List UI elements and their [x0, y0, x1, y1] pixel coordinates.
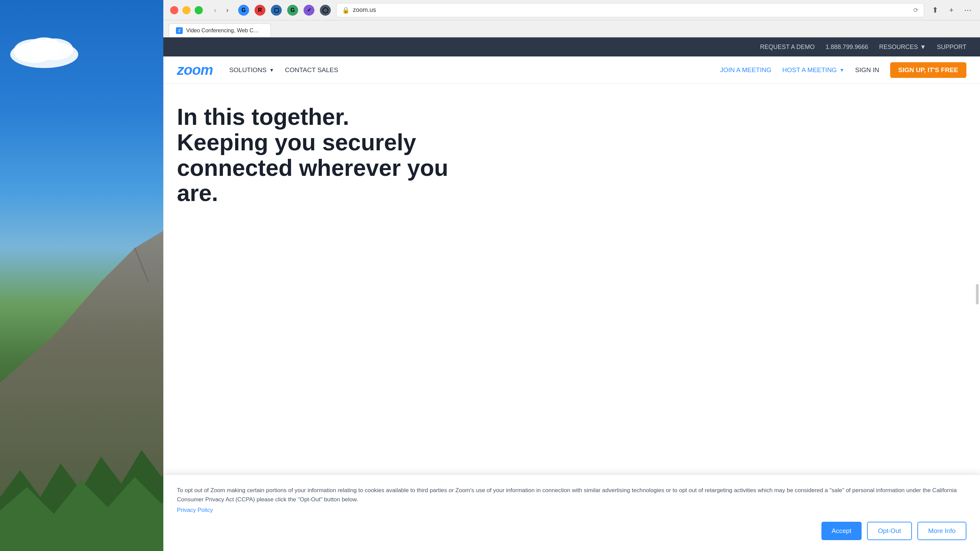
- active-tab[interactable]: Z Video Conferencing, Web Conferencing, …: [169, 24, 271, 37]
- browser-window: ‹ › G R ▢ G ✓ ◯ 🔒 zoom.us ⟳ ⬆ + ⋯ Z Vide…: [163, 0, 980, 551]
- host-meeting-dropdown[interactable]: HOST A MEETING ▼: [782, 66, 844, 74]
- solutions-dropdown[interactable]: SOLUTIONS ▼: [229, 66, 274, 74]
- hero-section: In this together. Keeping you securely c…: [163, 84, 980, 219]
- ext-icon-2[interactable]: R: [255, 5, 266, 16]
- more-button[interactable]: ⋯: [962, 5, 973, 16]
- window-controls: [170, 6, 203, 14]
- resources-chevron-icon: ▼: [920, 43, 926, 51]
- lock-icon: 🔒: [342, 6, 350, 14]
- back-button[interactable]: ‹: [210, 5, 221, 16]
- phone-number: 1.888.799.9666: [826, 43, 868, 51]
- website-content: REQUEST A DEMO 1.888.799.9666 RESOURCES …: [163, 37, 980, 551]
- browser-extensions: G R ▢ G ✓ ◯: [238, 5, 331, 16]
- zoom-logo[interactable]: zoom: [177, 62, 213, 78]
- request-demo-link[interactable]: REQUEST A DEMO: [760, 43, 815, 51]
- maximize-button[interactable]: [195, 6, 203, 14]
- more-info-button[interactable]: More Info: [917, 522, 966, 540]
- main-nav: zoom SOLUTIONS ▼ CONTACT SALES JOIN A ME…: [163, 56, 980, 84]
- ext-icon-6[interactable]: ◯: [320, 5, 331, 16]
- new-tab-button[interactable]: +: [946, 5, 957, 16]
- ext-icon-3[interactable]: ▢: [271, 5, 282, 16]
- contact-sales-link[interactable]: CONTACT SALES: [285, 66, 338, 74]
- url-text: zoom.us: [353, 6, 910, 14]
- scrollbar[interactable]: [976, 284, 978, 305]
- privacy-policy-link[interactable]: Privacy Policy: [177, 507, 213, 513]
- join-meeting-link[interactable]: JOIN A MEETING: [720, 66, 772, 74]
- tab-bar: Z Video Conferencing, Web Conferencing, …: [163, 21, 980, 37]
- ext-icon-1[interactable]: G: [238, 5, 249, 16]
- share-button[interactable]: ⬆: [930, 5, 940, 16]
- host-chevron-icon: ▼: [840, 67, 844, 73]
- utility-bar: REQUEST A DEMO 1.888.799.9666 RESOURCES …: [163, 37, 980, 56]
- tab-title: Video Conferencing, Web Conferencing, We…: [186, 27, 261, 34]
- nav-right: JOIN A MEETING HOST A MEETING ▼ SIGN IN …: [720, 62, 966, 78]
- cookie-actions: Accept Opt-Out More Info: [177, 522, 966, 540]
- accept-button[interactable]: Accept: [821, 522, 862, 540]
- cookie-text: To opt out of Zoom making certain portio…: [177, 486, 966, 504]
- navigation-arrows: ‹ ›: [210, 5, 233, 16]
- support-link[interactable]: SUPPORT: [937, 43, 966, 51]
- cloud-svg: [7, 27, 82, 71]
- svg-point-10: [27, 37, 61, 58]
- nav-left: SOLUTIONS ▼ CONTACT SALES: [229, 66, 704, 74]
- reload-icon[interactable]: ⟳: [913, 6, 918, 14]
- title-bar: ‹ › G R ▢ G ✓ ◯ 🔒 zoom.us ⟳ ⬆ + ⋯: [163, 0, 980, 21]
- sign-up-button[interactable]: SIGN UP, IT'S FREE: [890, 62, 966, 78]
- sign-in-link[interactable]: SIGN IN: [855, 66, 879, 74]
- hero-title: In this together. Keeping you securely c…: [177, 104, 483, 206]
- minimize-button[interactable]: [182, 6, 191, 14]
- tab-favicon: Z: [176, 27, 183, 34]
- ext-icon-5[interactable]: ✓: [304, 5, 314, 16]
- solutions-chevron-icon: ▼: [269, 67, 274, 73]
- close-button[interactable]: [170, 6, 178, 14]
- forward-button[interactable]: ›: [222, 5, 233, 16]
- resources-dropdown[interactable]: RESOURCES ▼: [879, 43, 926, 51]
- browser-actions: ⬆ + ⋯: [930, 5, 973, 16]
- opt-out-button[interactable]: Opt-Out: [867, 522, 912, 540]
- ext-icon-4[interactable]: G: [287, 5, 298, 16]
- address-bar[interactable]: 🔒 zoom.us ⟳: [336, 3, 924, 17]
- cookie-banner: To opt out of Zoom making certain portio…: [163, 475, 980, 551]
